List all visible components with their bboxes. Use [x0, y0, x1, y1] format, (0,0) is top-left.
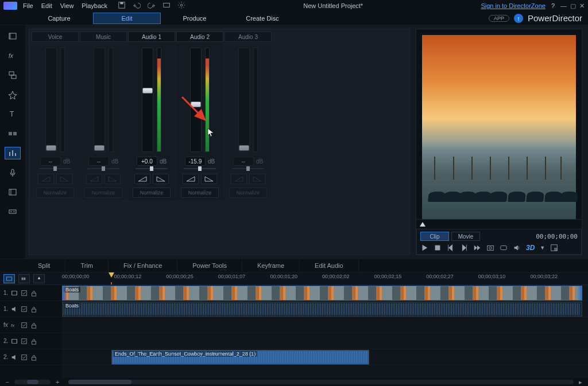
tool-keyframe[interactable]: Keyframe — [242, 259, 300, 272]
preview-scrub-playhead[interactable] — [420, 222, 425, 227]
pan-slider[interactable] — [39, 167, 71, 170]
track-row[interactable] — [62, 317, 588, 333]
timeline-marker-icon[interactable] — [33, 274, 45, 283]
brand-app-pill[interactable]: APP — [489, 15, 509, 22]
dock-icon[interactable] — [550, 244, 558, 252]
track-visible-checkbox[interactable] — [21, 322, 28, 329]
normalize-button[interactable]: Normalize — [133, 188, 171, 198]
close-icon[interactable]: ✕ — [579, 2, 585, 10]
timeline-tracks[interactable]: BoatsBoatsEnds_Of_The_Earth_Sunset_Cowbo… — [62, 285, 588, 378]
menu-view[interactable]: View — [60, 2, 74, 9]
fadeout-icon[interactable] — [105, 174, 121, 184]
track-visible-checkbox[interactable] — [21, 354, 28, 361]
rail-chapter-icon[interactable] — [5, 186, 21, 198]
settings-icon[interactable] — [177, 1, 185, 10]
rail-particle-icon[interactable] — [5, 88, 21, 101]
rail-audiomixer-icon[interactable] — [5, 147, 21, 159]
stop-icon[interactable] — [434, 244, 442, 252]
fader-track[interactable] — [94, 48, 105, 152]
fast-forward-icon[interactable] — [473, 244, 481, 252]
next-frame-icon[interactable] — [460, 244, 468, 252]
zoom-out-icon[interactable]: − — [3, 379, 11, 385]
fadein-icon[interactable] — [38, 174, 54, 184]
track-lock-icon[interactable] — [30, 322, 37, 329]
track-lock-icon[interactable] — [30, 338, 37, 345]
menu-playback[interactable]: Playback — [82, 2, 107, 9]
timeline-hscroll[interactable] — [68, 380, 574, 384]
menu-file[interactable]: File — [23, 2, 33, 9]
play-icon[interactable] — [420, 244, 428, 252]
rail-title-icon[interactable]: T — [5, 108, 21, 120]
help-icon[interactable]: ? — [551, 2, 555, 9]
save-icon[interactable] — [118, 1, 126, 10]
aspect-icon[interactable] — [163, 1, 171, 10]
loop-icon[interactable] — [500, 244, 508, 252]
fader-handle[interactable] — [142, 88, 153, 93]
snapshot-icon[interactable] — [486, 244, 494, 252]
pan-slider[interactable] — [136, 167, 168, 170]
track-lock-icon[interactable] — [30, 290, 37, 297]
track-visible-checkbox[interactable] — [21, 338, 28, 345]
fadein-icon[interactable] — [183, 174, 199, 184]
timeline-clip[interactable]: Ends_Of_The_Earth_Sunset_Cowboy_instrume… — [111, 350, 369, 365]
tool-fixenhance[interactable]: Fix / Enhance — [109, 259, 177, 272]
fadein-icon[interactable] — [134, 174, 150, 184]
magic-tools-icon[interactable] — [7, 262, 23, 270]
fader-track[interactable] — [45, 48, 57, 152]
more-tools-icon[interactable] — [375, 262, 391, 270]
menu-edit[interactable]: Edit — [41, 2, 52, 9]
fadein-icon[interactable] — [86, 174, 102, 184]
rail-pip-icon[interactable] — [5, 69, 21, 81]
fader-handle[interactable] — [239, 145, 249, 151]
timeline-view-story-icon[interactable] — [18, 274, 30, 283]
fadein-icon[interactable] — [231, 174, 247, 184]
rail-media-icon[interactable] — [5, 30, 21, 42]
redo-icon[interactable] — [148, 1, 156, 10]
fader-track[interactable] — [238, 48, 250, 152]
preview-tab-movie[interactable]: Movie — [451, 232, 480, 241]
signin-link[interactable]: Sign in to DirectorZone — [481, 2, 546, 9]
tab-produce[interactable]: Produce — [161, 13, 229, 24]
undo-icon[interactable] — [133, 1, 141, 10]
tool-split[interactable]: Split — [23, 259, 65, 272]
pan-slider[interactable] — [87, 167, 119, 170]
pan-slider[interactable] — [184, 167, 216, 170]
timeline-ruler[interactable]: 00;00;00;0000;00;00;1200;00;00;2500;00;0… — [62, 272, 588, 284]
minimize-icon[interactable]: — — [560, 2, 567, 10]
tool-editaudio[interactable]: Edit Audio — [300, 259, 359, 272]
normalize-button[interactable]: Normalize — [181, 188, 219, 198]
track-lock-icon[interactable] — [30, 354, 37, 361]
pan-slider[interactable] — [232, 167, 264, 170]
fadeout-icon[interactable] — [153, 174, 169, 184]
trash-icon[interactable] — [359, 262, 375, 270]
fadeout-icon[interactable] — [201, 174, 217, 184]
timeline-playhead[interactable] — [109, 272, 114, 278]
preview-3d-button[interactable]: 3D — [526, 244, 535, 252]
track-visible-checkbox[interactable] — [21, 306, 28, 313]
fader-handle[interactable] — [46, 145, 56, 151]
timeline-clip[interactable]: Boats — [62, 286, 582, 301]
brand-upload-icon[interactable]: ↑ — [514, 14, 523, 23]
fader-handle[interactable] — [94, 145, 105, 151]
timeline-scroll-right-icon[interactable]: ▸ — [577, 379, 585, 385]
prev-frame-icon[interactable] — [447, 244, 455, 252]
rail-fx-icon[interactable]: fx — [5, 49, 21, 62]
maximize-icon[interactable]: ▢ — [570, 2, 576, 10]
tab-edit[interactable]: Edit — [93, 13, 161, 24]
track-visible-checkbox[interactable] — [21, 290, 28, 297]
rail-transition-icon[interactable] — [5, 127, 21, 140]
volume-icon[interactable] — [513, 244, 521, 252]
preview-tab-clip[interactable]: Clip — [420, 232, 449, 241]
rail-subtitle-icon[interactable] — [5, 205, 21, 218]
fader-track[interactable] — [190, 48, 202, 152]
fadeout-icon[interactable] — [249, 174, 265, 184]
tool-trim[interactable]: Trim — [65, 259, 109, 272]
track-row[interactable] — [62, 333, 588, 349]
fadeout-icon[interactable] — [56, 174, 72, 184]
fader-handle[interactable] — [191, 102, 201, 107]
tool-powertools[interactable]: Power Tools — [177, 259, 242, 272]
timeline-clip[interactable]: Boats — [62, 302, 582, 317]
track-lock-icon[interactable] — [30, 306, 37, 313]
timeline-view-clip-icon[interactable] — [3, 274, 15, 283]
preview-dropdown-icon[interactable]: ▼ — [540, 245, 545, 251]
